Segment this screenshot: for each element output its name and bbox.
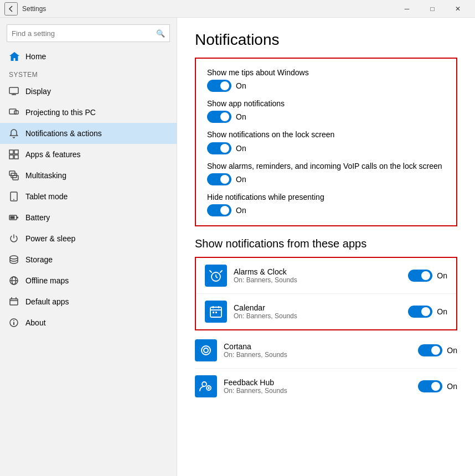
- cortana-icon: [199, 344, 213, 357]
- search-box[interactable]: 🔍: [7, 24, 170, 42]
- storage-icon: [9, 255, 19, 265]
- home-label: Home: [25, 52, 46, 61]
- svg-rect-7: [9, 155, 13, 159]
- about-icon: [9, 318, 19, 328]
- tablet-label: Tablet mode: [25, 192, 68, 201]
- svg-rect-6: [14, 150, 18, 154]
- toggle-tips-switch[interactable]: [207, 80, 231, 92]
- toggle-tips-state: On: [236, 81, 246, 90]
- page-title: Notifications: [195, 31, 457, 49]
- alarms-toggle-switch[interactable]: [408, 270, 432, 282]
- feedback-status: On: Banners, Sounds: [224, 387, 411, 395]
- toggle-app-notif-control: On: [207, 111, 445, 123]
- calendar-toggle-switch[interactable]: [408, 306, 432, 318]
- minimize-button[interactable]: ─: [394, 0, 420, 18]
- toggle-row-alarms-lock: Show alarms, reminders, and incoming VoI…: [207, 161, 445, 185]
- feedback-toggle-state: On: [447, 382, 457, 391]
- toggle-tips-control: On: [207, 80, 445, 92]
- titlebar: Settings ─ □ ✕: [0, 0, 475, 18]
- toggle-presenting-control: On: [207, 204, 445, 216]
- sidebar-item-offline[interactable]: Offline maps: [0, 270, 177, 291]
- sidebar-item-notifications[interactable]: Notifications & actions: [0, 123, 177, 144]
- cortana-toggle-group: On: [418, 344, 457, 356]
- calendar-name: Calendar: [234, 303, 401, 312]
- cortana-status: On: Banners, Sounds: [224, 351, 411, 359]
- toggle-presenting-switch[interactable]: [207, 204, 231, 216]
- app-row-calendar: Calendar On: Banners, Sounds On: [196, 294, 456, 329]
- main-content: Notifications Show me tips about Windows…: [177, 18, 475, 476]
- feedback-info: Feedback Hub On: Banners, Sounds: [224, 378, 411, 395]
- apps-section-title: Show notifications from these apps: [195, 237, 457, 250]
- toggle-presenting-state: On: [236, 206, 246, 215]
- toggle-alarms-lock-state: On: [236, 175, 246, 184]
- default-label: Default apps: [25, 297, 69, 306]
- projecting-icon: [9, 107, 19, 117]
- cortana-info: Cortana On: Banners, Sounds: [224, 342, 411, 359]
- maximize-button[interactable]: □: [420, 0, 445, 18]
- search-input[interactable]: [7, 29, 152, 38]
- back-button[interactable]: [4, 2, 18, 15]
- sidebar: 🔍 Home System Display Projecting to this…: [0, 18, 177, 476]
- sidebar-item-storage[interactable]: Storage: [0, 249, 177, 270]
- titlebar-left: Settings: [4, 2, 46, 15]
- sidebar-item-power[interactable]: Power & sleep: [0, 228, 177, 249]
- default-icon: [9, 297, 19, 307]
- svg-point-39: [202, 382, 206, 386]
- toggle-alarms-lock-label: Show alarms, reminders, and incoming VoI…: [207, 161, 445, 171]
- sidebar-item-display[interactable]: Display: [0, 81, 177, 102]
- storage-label: Storage: [25, 255, 53, 264]
- feedback-icon: [199, 380, 213, 393]
- search-icon: 🔍: [152, 29, 169, 38]
- toggle-lock-screen-state: On: [236, 144, 246, 153]
- toggle-presenting-label: Hide notifications while presenting: [207, 192, 445, 202]
- calendar-toggle-group: On: [408, 306, 447, 318]
- svg-rect-36: [215, 312, 217, 313]
- close-button[interactable]: ✕: [445, 0, 471, 18]
- sidebar-item-about[interactable]: About: [0, 312, 177, 333]
- svg-point-13: [13, 199, 14, 200]
- toggle-app-notif-state: On: [236, 112, 246, 121]
- svg-point-17: [10, 256, 18, 259]
- feedback-name: Feedback Hub: [224, 378, 411, 387]
- sidebar-item-default[interactable]: Default apps: [0, 291, 177, 312]
- cortana-name: Cortana: [224, 342, 411, 351]
- tablet-icon: [9, 192, 19, 201]
- toggle-lock-screen-switch[interactable]: [207, 142, 231, 154]
- sidebar-item-apps[interactable]: Apps & features: [0, 144, 177, 165]
- toggle-app-notif-label: Show app notifications: [207, 99, 445, 108]
- sidebar-item-multitasking[interactable]: Multitasking: [0, 165, 177, 186]
- svg-rect-16: [11, 216, 15, 219]
- toggle-tips-label: Show me tips about Windows: [207, 68, 445, 77]
- svg-rect-3: [9, 109, 16, 114]
- svg-line-30: [216, 277, 218, 278]
- calendar-toggle-state: On: [437, 307, 447, 316]
- sidebar-item-battery[interactable]: Battery: [0, 207, 177, 228]
- about-label: About: [25, 318, 46, 327]
- battery-label: Battery: [25, 213, 50, 222]
- toggle-lock-screen-control: On: [207, 142, 445, 154]
- display-label: Display: [25, 87, 51, 96]
- svg-point-37: [202, 346, 210, 355]
- power-label: Power & sleep: [25, 234, 75, 243]
- sidebar-item-tablet[interactable]: Tablet mode: [0, 186, 177, 207]
- cortana-toggle-switch[interactable]: [418, 344, 442, 356]
- feedback-toggle-switch[interactable]: [418, 380, 442, 392]
- sidebar-item-projecting[interactable]: Projecting to this PC: [0, 102, 177, 123]
- alarms-status: On: Banners, Sounds: [234, 276, 401, 284]
- projecting-label: Projecting to this PC: [25, 108, 96, 117]
- alarms-clock-icon: [209, 269, 223, 282]
- alarms-info: Alarms & Clock On: Banners, Sounds: [234, 267, 401, 284]
- power-icon: [9, 234, 19, 244]
- toggle-lock-screen-label: Show notifications on the lock screen: [207, 130, 445, 139]
- notifications-icon: [9, 128, 19, 138]
- svg-rect-15: [17, 217, 18, 219]
- calendar-info: Calendar On: Banners, Sounds: [234, 303, 401, 320]
- system-section-label: System: [0, 66, 177, 81]
- sidebar-item-home[interactable]: Home: [0, 46, 177, 66]
- toggle-row-lock-screen: Show notifications on the lock screen On: [207, 130, 445, 154]
- alarms-name: Alarms & Clock: [234, 267, 401, 276]
- multitasking-icon: [9, 170, 19, 180]
- toggle-app-notif-switch[interactable]: [207, 111, 231, 123]
- apps-label: Apps & features: [25, 150, 81, 159]
- toggle-alarms-lock-switch[interactable]: [207, 173, 231, 185]
